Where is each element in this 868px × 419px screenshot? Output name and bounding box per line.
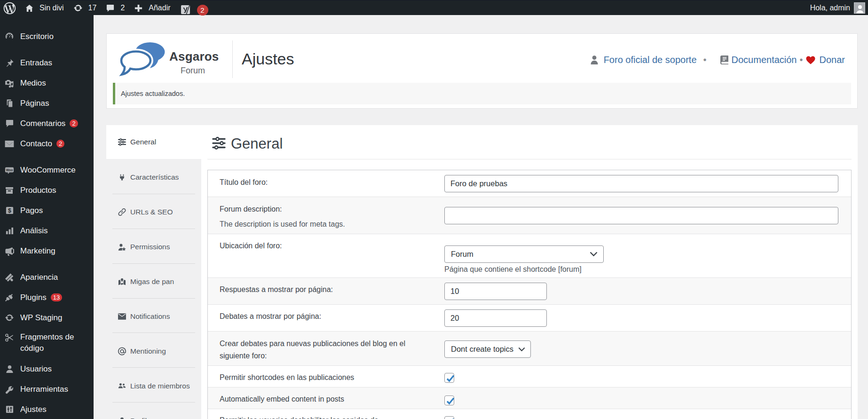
svg-text:$: $ — [8, 207, 11, 214]
svg-text:Woo: Woo — [6, 168, 13, 172]
